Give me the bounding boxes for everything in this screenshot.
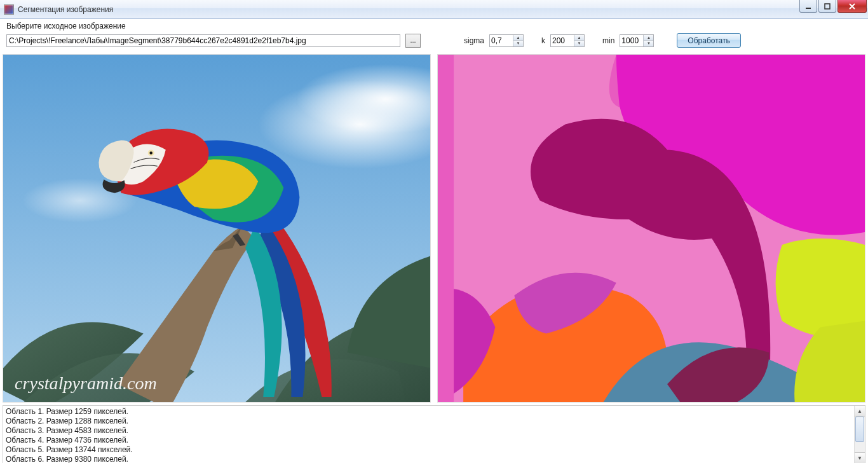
svg-rect-9	[438, 55, 454, 402]
min-spinner[interactable]: ▲ ▼	[620, 34, 654, 47]
image-panels: crystalpyramid.com	[0, 52, 868, 403]
min-spin-buttons: ▲ ▼	[643, 35, 653, 46]
minimize-icon	[805, 3, 811, 10]
min-spin-down[interactable]: ▼	[644, 40, 653, 46]
sigma-input[interactable]	[490, 35, 513, 46]
log-panel: Область 1. Размер 1259 пикселей. Область…	[3, 405, 865, 463]
app-icon	[4, 4, 14, 15]
close-icon	[848, 3, 856, 10]
log-output[interactable]: Область 1. Размер 1259 пикселей. Область…	[3, 406, 854, 463]
browse-button[interactable]: ...	[405, 34, 421, 48]
k-spin-buttons: ▲ ▼	[574, 35, 584, 46]
watermark-text: crystalpyramid.com	[15, 373, 157, 393]
minimize-button[interactable]	[799, 0, 817, 13]
maximize-button[interactable]	[818, 0, 836, 13]
svg-point-7	[149, 151, 153, 155]
scroll-up-button[interactable]: ▲	[855, 406, 865, 417]
file-path-input[interactable]	[6, 34, 400, 47]
min-spin-up[interactable]: ▲	[644, 35, 653, 41]
svg-rect-0	[806, 8, 811, 9]
sigma-spin-down[interactable]: ▼	[513, 40, 523, 46]
segmented-image	[437, 54, 865, 403]
k-spinner[interactable]: ▲ ▼	[550, 34, 585, 47]
k-spin-down[interactable]: ▼	[574, 40, 584, 46]
scroll-track[interactable]	[855, 417, 865, 452]
controls-row: ... sigma ▲ ▼ k ▲ ▼ min ▲ ▼ Обработать	[6, 33, 862, 48]
k-input[interactable]	[551, 35, 574, 46]
sigma-spinner[interactable]: ▲ ▼	[489, 34, 524, 47]
svg-rect-1	[825, 4, 830, 9]
min-input[interactable]	[620, 35, 643, 46]
titlebar: Сегментация изображения	[0, 0, 868, 19]
controls-panel: Выберите исходное изображение ... sigma …	[0, 19, 868, 52]
sigma-spin-buttons: ▲ ▼	[513, 35, 523, 46]
scroll-thumb[interactable]	[855, 417, 864, 442]
source-image: crystalpyramid.com	[3, 54, 431, 403]
min-label: min	[602, 36, 614, 45]
file-picker-label: Выберите исходное изображение	[6, 22, 862, 31]
window-buttons	[799, 0, 867, 13]
scroll-down-button[interactable]: ▼	[855, 452, 865, 463]
process-button[interactable]: Обработать	[677, 33, 740, 48]
sigma-spin-up[interactable]: ▲	[513, 35, 523, 41]
window-title: Сегментация изображения	[18, 5, 113, 14]
close-button[interactable]	[837, 0, 867, 13]
sigma-label: sigma	[464, 36, 484, 45]
k-label: k	[541, 36, 545, 45]
maximize-icon	[824, 3, 831, 10]
k-spin-up[interactable]: ▲	[574, 35, 584, 41]
log-scrollbar[interactable]: ▲ ▼	[854, 406, 865, 463]
